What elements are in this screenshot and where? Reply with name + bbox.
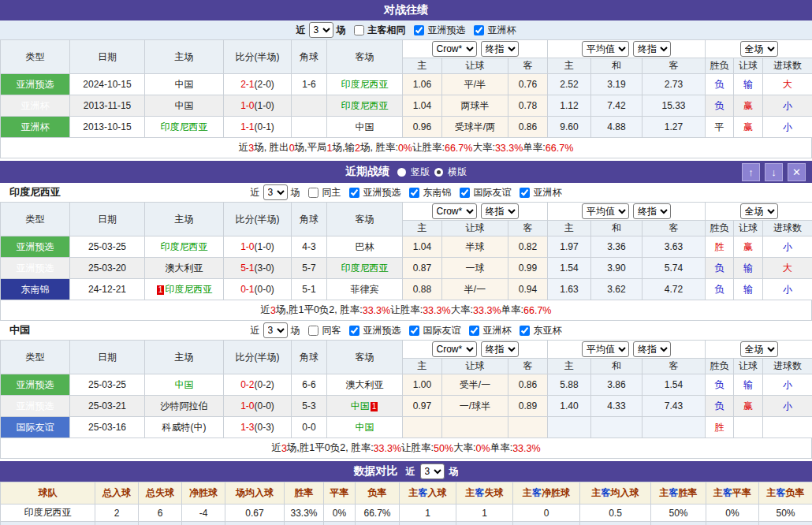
date-cell: 25-03-16 — [70, 417, 145, 438]
team-name-cell[interactable]: 印度尼西亚 — [1, 505, 95, 522]
result-wdl: 负 — [706, 74, 734, 95]
indo-opt1-checkbox[interactable] — [349, 188, 359, 198]
fulltime-select[interactable]: 全场 — [740, 203, 778, 219]
indo-opt4-checkbox[interactable] — [520, 188, 530, 198]
away-team-link[interactable]: 中国 — [351, 400, 370, 411]
avg-away: 1.27 — [643, 117, 706, 138]
home-team-link[interactable]: 科威特(中) — [162, 422, 207, 433]
home-team-link[interactable]: 中国 — [175, 79, 194, 90]
compare-count-select[interactable]: 3 — [420, 464, 445, 479]
away-team-cell: 印度尼西亚 — [327, 95, 403, 117]
odds-time-select[interactable]: 终指 — [481, 341, 519, 357]
result-goals: 大 — [763, 74, 812, 95]
score-cell: 0-1(0-0) — [224, 279, 292, 300]
away-team-cell: 澳大利亚 — [327, 374, 403, 396]
asia-cup-checkbox[interactable] — [474, 25, 484, 35]
away-team-link[interactable]: 印度尼西亚 — [341, 79, 389, 90]
home-team-link[interactable]: 中国 — [175, 100, 194, 111]
col-home: 主场 — [145, 40, 224, 74]
away-team-cell: 巴林 — [327, 236, 403, 258]
odds-time-select[interactable]: 终指 — [481, 203, 519, 219]
china-filter-bar: 中国 近 3 场 同客 亚洲预选 国际友谊 亚洲杯 东亚杯 — [0, 321, 812, 340]
indo-opt3-checkbox[interactable] — [460, 188, 470, 198]
avg-provider-select[interactable]: 平均值 — [582, 41, 629, 57]
china-opt2-checkbox[interactable] — [409, 326, 419, 336]
col-type: 类型 — [1, 40, 70, 74]
away-team-link[interactable]: 菲律宾 — [351, 284, 379, 295]
china-count-select[interactable]: 3 — [263, 322, 288, 338]
same-away-label: 同客 — [322, 324, 341, 337]
fulltime-select[interactable]: 全场 — [740, 41, 778, 57]
team-name-cell[interactable]: 中国 — [1, 522, 95, 525]
corner-cell: 1-6 — [292, 74, 327, 95]
avg-home: 1.12 — [548, 95, 591, 117]
away-team-link[interactable]: 中国 — [356, 422, 374, 433]
avg-provider-select[interactable]: 平均值 — [582, 341, 629, 357]
h2h-title: 对战往绩 — [384, 3, 428, 17]
h2h-header-row-1: 类型 日期 主场 比分(半场) 角球 客场 Crow* 终指 平均值 终指 全场 — [1, 40, 812, 58]
result-handicap: 输 — [734, 74, 763, 95]
indonesia-filter-bar: 印度尼西亚 近 3 场 同主 亚洲预选 东南锦 国际友谊 亚洲杯 — [0, 183, 812, 202]
move-up-button[interactable]: ↑ — [742, 163, 760, 181]
home-team-link[interactable]: 印度尼西亚 — [161, 121, 208, 132]
red-card-badge: 1 — [157, 285, 165, 295]
sub-avg-home: 主 — [548, 58, 591, 74]
score-cell: 1-0(1-0) — [224, 236, 292, 258]
china-opt3-checkbox[interactable] — [469, 326, 479, 336]
home-team-link[interactable]: 印度尼西亚 — [161, 241, 208, 252]
home-team-cell: 中国 — [145, 374, 224, 396]
corner-cell: 5-3 — [292, 396, 327, 417]
fulltime-select-group: 全场 — [706, 40, 812, 58]
avg-home: 9.60 — [548, 117, 591, 138]
competition-cell: 亚洲预选 — [1, 396, 70, 417]
indonesia-count-select[interactable]: 3 — [263, 184, 288, 200]
asia-qualifier-checkbox[interactable] — [414, 25, 424, 35]
away-team-link[interactable]: 澳大利亚 — [346, 379, 384, 390]
odds-time-select[interactable]: 终指 — [481, 41, 519, 57]
sub-away: 客 — [508, 58, 548, 74]
odds-provider-select[interactable]: Crow* — [432, 41, 477, 57]
away-team-link[interactable]: 中国 — [356, 121, 374, 132]
avg-away: 2.73 — [643, 74, 706, 95]
date-cell: 25-03-25 — [70, 374, 145, 396]
date-cell: 2013-11-15 — [70, 95, 145, 117]
indo-opt2-checkbox[interactable] — [409, 188, 419, 198]
odds-provider-select[interactable]: Crow* — [432, 341, 477, 357]
compare-table: 球队 总入球 总失球 净胜球 场均入球 胜率 平率 负率 主客入球 主客失球 主… — [0, 482, 812, 525]
odds-provider-select[interactable]: Crow* — [432, 203, 477, 219]
home-team-link[interactable]: 澳大利亚 — [166, 262, 203, 274]
china-row-2: 亚洲预选 25-03-21 沙特阿拉伯 1-0(0-0) 5-3 中国1 0.9… — [1, 396, 812, 417]
avg-time-select[interactable]: 终指 — [633, 41, 671, 57]
close-button[interactable]: ✕ — [788, 163, 806, 181]
same-homeaway-checkbox[interactable] — [354, 25, 364, 35]
home-team-cell: 沙特阿拉伯 — [145, 396, 224, 417]
recent-title: 近期战绩 — [345, 165, 389, 179]
avg-provider-select[interactable]: 平均值 — [582, 203, 629, 219]
result-goals: 小 — [763, 95, 812, 117]
avg-draw: 7.42 — [591, 95, 643, 117]
home-team-link[interactable]: 中国 — [175, 379, 194, 390]
competition-cell: 亚洲预选 — [1, 74, 70, 95]
avg-time-select[interactable]: 终指 — [633, 341, 671, 357]
move-down-button[interactable]: ↓ — [765, 163, 783, 181]
china-opt4-checkbox[interactable] — [520, 326, 530, 336]
away-team-link[interactable]: 巴林 — [356, 241, 374, 252]
compare-title: 数据对比 — [354, 464, 398, 478]
china-opt1-checkbox[interactable] — [349, 326, 359, 336]
fulltime-select[interactable]: 全场 — [740, 341, 778, 357]
avg-home: 2.52 — [548, 74, 591, 95]
score-cell: 1-0(1-0) — [224, 95, 292, 117]
home-team-link[interactable]: 印度尼西亚 — [165, 284, 212, 295]
h2h-count-select[interactable]: 3 — [309, 22, 333, 38]
result-handicap: 赢 — [734, 117, 763, 138]
home-team-link[interactable]: 沙特阿拉伯 — [161, 400, 208, 411]
compare-section-header: 数据对比 近 3 场 — [0, 461, 812, 482]
avg-time-select[interactable]: 终指 — [633, 203, 671, 219]
vertical-radio[interactable] — [397, 168, 406, 177]
same-away-checkbox[interactable] — [308, 326, 318, 336]
same-home-checkbox[interactable] — [308, 188, 318, 198]
horizontal-radio[interactable] — [434, 168, 443, 177]
away-team-link[interactable]: 印度尼西亚 — [341, 100, 389, 111]
indo-row-2: 亚洲预选 25-03-20 澳大利亚 5-1(3-0) 5-7 印度尼西亚 0.… — [1, 258, 812, 279]
away-team-link[interactable]: 印度尼西亚 — [341, 262, 389, 274]
